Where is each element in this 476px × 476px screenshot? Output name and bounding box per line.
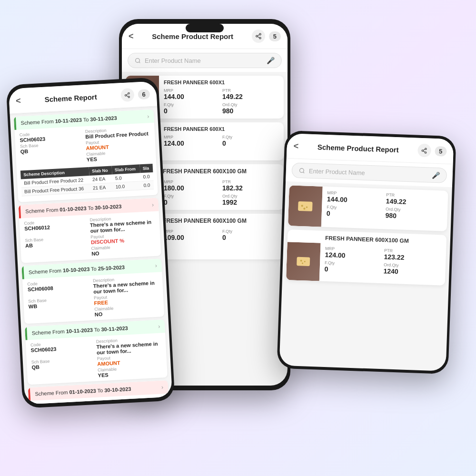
right-badge: 5 bbox=[435, 146, 447, 156]
right-p1-ptr: PTR 149.22 bbox=[386, 192, 444, 207]
chevron-icon: › bbox=[147, 113, 149, 119]
product-1-ptr: PTR 149.22 bbox=[222, 88, 279, 100]
right-p2-ordqty: Ord.Qty 1240 bbox=[383, 262, 441, 277]
right-mic-icon[interactable]: 🎤 bbox=[431, 171, 440, 179]
svg-line-28 bbox=[127, 93, 129, 94]
right-products-list: MRP 144.00 PTR 149.22 F.Qty 0 bbox=[279, 181, 452, 371]
svg-point-5 bbox=[136, 58, 140, 62]
svg-rect-40 bbox=[297, 257, 310, 266]
svg-rect-36 bbox=[298, 201, 313, 211]
right-screen: < Scheme Product Report 5 Enter Product … bbox=[279, 133, 454, 371]
svg-line-32 bbox=[423, 151, 425, 152]
right-header-title: Scheme Product Report bbox=[302, 142, 414, 154]
right-product-1: MRP 144.00 PTR 149.22 F.Qty 0 bbox=[288, 185, 448, 231]
search-placeholder: Enter Product Name bbox=[145, 57, 201, 64]
svg-point-30 bbox=[422, 149, 423, 151]
right-p2-fqty: F.Qty 0 bbox=[324, 260, 382, 275]
slab-table-container: Scheme Description Slab No Slab From Sla… bbox=[17, 164, 158, 202]
scheme-1-details: Code SCH06023 Description Bill Product F… bbox=[14, 123, 156, 169]
left-screen: < Scheme Report 6 Scheme From 10-11-2023… bbox=[9, 81, 172, 404]
scheme-item-5: Scheme From 01-10-2023 To 30-10-2023 › C… bbox=[28, 380, 171, 405]
right-product-2: FRESH PANNEER 600X100 GM bbox=[286, 229, 446, 286]
product-2-name: FRESH PANNEER 600X1 bbox=[164, 126, 279, 132]
right-search-input[interactable]: Enter Product Name 🎤 bbox=[291, 162, 447, 183]
slab-table: Scheme Description Slab No Slab From Sla… bbox=[20, 164, 154, 196]
scheme-3-details: Code SCH06008 Description There's a new … bbox=[22, 272, 165, 324]
right-search-placeholder: Enter Product Name bbox=[309, 167, 365, 176]
svg-line-27 bbox=[127, 95, 129, 96]
phone-notch bbox=[186, 24, 224, 32]
center-badge: 5 bbox=[269, 31, 281, 41]
scheme-2-details: Code SCH06012 Description There's a new … bbox=[19, 211, 161, 263]
left-badge: 6 bbox=[138, 89, 150, 99]
right-p2-ptr: PTR 123.22 bbox=[384, 248, 441, 262]
center-back-button[interactable]: < bbox=[129, 31, 134, 41]
left-header-title: Scheme Report bbox=[24, 91, 117, 104]
svg-line-33 bbox=[423, 149, 425, 150]
col-sla: Sla bbox=[139, 164, 153, 173]
center-search-input[interactable]: Enter Product Name 🎤 bbox=[128, 53, 282, 68]
center-share-button[interactable] bbox=[252, 30, 265, 43]
right-share-button[interactable] bbox=[417, 144, 431, 158]
product-1-name: FRESH PANNEER 600X1 bbox=[164, 79, 279, 85]
product-1-fqty: F.Qty 0 bbox=[164, 102, 220, 115]
right-p1-ordqty: Ord.Qty 980 bbox=[385, 207, 443, 221]
right-p2-mrp: MRP 124.00 bbox=[325, 246, 382, 260]
scheme-item-4: Scheme From 10-11-2023 To 30-11-2023 › C… bbox=[25, 319, 168, 385]
right-p1-mrp: MRP 144.00 bbox=[327, 190, 385, 205]
svg-line-3 bbox=[258, 37, 259, 38]
right-phone: < Scheme Product Report 5 Enter Product … bbox=[277, 130, 456, 374]
product-2-mrp: MRP 124.00 bbox=[164, 135, 220, 147]
svg-point-0 bbox=[259, 33, 261, 35]
product-1-mrp: MRP 144.00 bbox=[164, 88, 220, 100]
scheme-item-1: Scheme From 10-11-2023 To 30-11-2023 › C… bbox=[14, 109, 158, 202]
scheme-list: Scheme From 10-11-2023 To 30-11-2023 › C… bbox=[10, 106, 173, 404]
left-share-button[interactable] bbox=[120, 88, 134, 102]
svg-point-2 bbox=[259, 37, 261, 39]
mic-icon[interactable]: 🎤 bbox=[267, 57, 275, 64]
center-header-title: Scheme Product Report bbox=[138, 32, 248, 40]
svg-line-6 bbox=[139, 62, 140, 63]
svg-line-4 bbox=[258, 35, 259, 36]
svg-point-1 bbox=[256, 35, 258, 37]
right-back-button[interactable]: < bbox=[293, 141, 298, 151]
left-back-button[interactable]: < bbox=[16, 96, 21, 106]
scheme-item-3: Scheme From 10-10-2023 To 25-10-2023 › C… bbox=[21, 258, 164, 324]
svg-point-26 bbox=[128, 96, 129, 97]
product-1-ordqty: Ord.Qty 980 bbox=[222, 102, 279, 115]
svg-line-35 bbox=[303, 172, 304, 173]
svg-point-29 bbox=[425, 148, 426, 149]
left-phone: < Scheme Report 6 Scheme From 10-11-2023… bbox=[6, 77, 175, 408]
scheme-item-2: Scheme From 01-10-2023 To 30-10-2023 › C… bbox=[19, 198, 161, 263]
center-search-bar: Enter Product Name 🎤 bbox=[122, 49, 288, 72]
product-2-fqty: F.Qty 0 bbox=[222, 135, 279, 147]
right-p1-fqty: F.Qty 0 bbox=[327, 205, 384, 219]
scheme-4-details: Code SCH06023 Description There's a new … bbox=[26, 333, 168, 385]
